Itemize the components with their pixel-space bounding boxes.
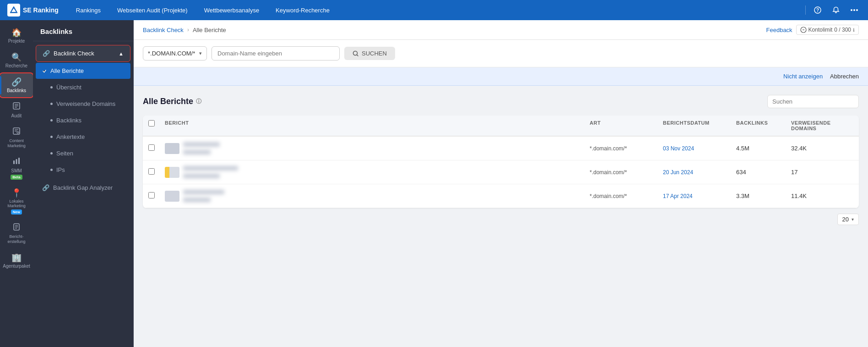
breadcrumb-backlink-check[interactable]: Backlink Check [143,27,184,33]
domain-option-label: *.DOMAIN.COM/* [148,50,195,57]
info-banner: Nicht anzeigen Abbrechen [134,67,868,86]
sidebar-item-recherche[interactable]: 🔍 Recherche [0,49,33,72]
app-logo[interactable]: SE Ranking [7,4,59,17]
row2-checkbox-input[interactable] [148,168,155,175]
seiten-label: Seiten [56,150,73,157]
sidebar-label-recherche: Recherche [5,63,27,69]
domain-dropdown[interactable]: *.DOMAIN.COM/* ▾ [143,46,207,61]
table-info-icon[interactable]: ⓘ [196,98,201,105]
row2-checkbox [143,163,159,182]
not-show-link[interactable]: Nicht anzeigen [783,73,823,80]
nav-ips[interactable]: IPs [36,162,130,178]
search-button[interactable]: SUCHEN [344,47,395,60]
app-name: SE Ranking [23,6,59,14]
content-marketing-icon [12,127,21,138]
help-icon[interactable]: ? [811,4,824,17]
sidebar-item-backlinks[interactable]: 🔗 Backlinks [0,73,33,97]
row2-text-line2 [183,174,220,178]
gap-analyzer-icon: 🔗 [42,184,49,191]
table-area: Alle Berichte ⓘ BERICHT [134,86,868,347]
per-page-select[interactable]: 20 ▾ [837,214,859,225]
dot-icon [50,136,53,138]
col-bericht: BERICHT [159,116,584,136]
row1-favicon [165,143,179,154]
table-head: BERICHT ART BERICHTSDATUM BACKLINKS VERW… [143,116,859,137]
kontolimit-info-icon: ℹ [853,28,855,33]
sidebar-item-projekte[interactable]: 🏠 Projekte [0,24,33,48]
new-badge: New [11,209,22,215]
sidebar-item-bericht[interactable]: Bericht­erstellung [0,219,33,248]
sidebar-label-lokales: Lokales Marketing [2,199,31,209]
report-icon [12,223,21,233]
gap-analyzer-label: Backlink Gap Analyzer [53,184,113,191]
nav-ankertexte[interactable]: Ankertexte [36,129,130,145]
content-header: Backlink Check › Alle Berichte Feedback … [134,20,868,40]
chevron-up-icon: ▲ [119,51,124,56]
nav-rankings[interactable]: Rankings [73,5,103,16]
sidebar-item-agenturpaket[interactable]: 🏢 Agenturpaket [0,249,33,273]
nav-backlink-gap-analyzer[interactable]: 🔗 Backlink Gap Analyzer [36,180,130,196]
svg-rect-17 [18,158,20,164]
chevron-down-icon: ▾ [199,50,202,56]
cancel-link[interactable]: Abbrechen [830,73,859,80]
kontolimit-badge: Kontolimit 0 / 300 ℹ [796,25,859,35]
nav-backlinks[interactable]: Backlinks [36,112,130,128]
sidebar-item-content-marketing[interactable]: Content Marketing [0,123,33,152]
backlink-check-header[interactable]: 🔗 Backlink Check ▲ [36,45,130,62]
select-all-checkbox[interactable] [148,120,155,127]
uebersicht-label: Übersicht [56,84,81,91]
sidebar-label-bericht: Bericht­erstellung [2,234,31,244]
row1-checkbox-input[interactable] [148,144,155,151]
nav-seiten[interactable]: Seiten [36,145,130,161]
row1-text-line1 [183,142,220,147]
nav-uebersicht[interactable]: Übersicht [36,79,130,95]
sidebar-label-projekte: Projekte [8,39,25,44]
sidebar-item-smm[interactable]: SMM Beta [0,153,33,183]
row3-backlinks: 3.3M [731,187,786,205]
nav-wettbewerbsanalyse[interactable]: Wettbewerbsanalyse [201,5,262,16]
breadcrumb-separator: › [187,27,189,33]
svg-text:?: ? [816,8,819,13]
nav-webseiten-audit[interactable]: Webseiten Audit (Projekte) [114,5,190,16]
kontolimit-value: 0 / 300 [834,27,851,33]
ankertexte-label: Ankertexte [56,133,85,140]
row3-checkbox-input[interactable] [148,192,155,198]
svg-rect-16 [16,159,17,164]
svg-point-4 [851,9,852,11]
svg-rect-15 [13,160,15,164]
feedback-link[interactable]: Feedback [766,27,792,33]
search-icon: 🔍 [11,52,22,62]
dot-icon [50,86,53,88]
sidebar-label-agenturpaket: Agenturpaket [3,264,30,269]
smm-icon [12,157,21,167]
row3-type: *.domain.com/* [584,187,657,205]
nav-keyword-recherche[interactable]: Keyword-Recherche [273,5,332,16]
table-row: *.domain.com/* 17 Apr 2024 3.3M 11.4K [143,184,859,208]
secondary-sidebar-title: Backlinks [33,20,133,41]
col-art: ART [584,116,657,136]
divider-icon [805,6,806,15]
table-search-input[interactable] [768,95,854,108]
sidebar-label-smm: SMM [11,168,22,174]
nav-alle-berichte[interactable]: Alle Berichte [36,63,130,79]
link-chain-icon: 🔗 [43,50,50,57]
dot-icon [50,169,53,171]
ips-label: IPs [56,166,65,173]
notifications-icon[interactable] [830,4,842,17]
secondary-sidebar: Backlinks 🔗 Backlink Check ▲ Alle Berich… [33,20,134,347]
sidebar-item-audit[interactable]: Audit [0,98,33,122]
agency-icon: 🏢 [11,253,22,263]
row1-type: *.domain.com/* [584,140,657,157]
home-icon: 🏠 [11,28,22,38]
row3-text-line1 [183,190,224,194]
logo-icon [7,4,20,17]
nav-verweisende-domains[interactable]: Verweisende Domains [36,96,130,112]
search-input[interactable] [212,46,340,61]
more-icon[interactable] [848,4,861,17]
row2-type: *.domain.com/* [584,164,657,181]
location-icon: 📍 [11,188,22,198]
table-search-icon [854,98,859,105]
row2-domain [159,160,584,184]
sidebar-item-lokales-marketing[interactable]: 📍 Lokales Marketing New [0,184,33,219]
row2-text-line1 [183,166,238,171]
